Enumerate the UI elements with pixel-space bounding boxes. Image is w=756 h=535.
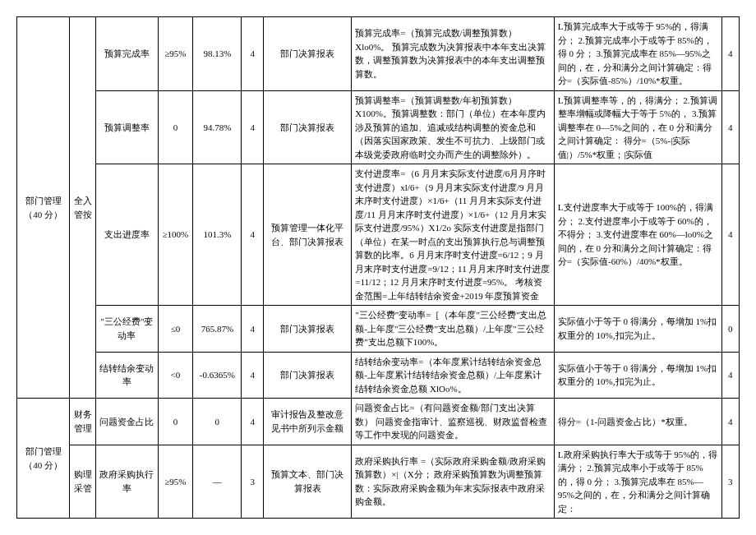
cell-indicator: 结转结余变动率	[96, 352, 158, 399]
cell-standard: 0	[158, 90, 193, 164]
cell-score: 4	[721, 164, 739, 306]
cell-value: 94.78%	[193, 90, 242, 164]
cell-rule: 实际值小于等于 0 得满分，每增加 1%扣权重分的 10%,扣完为止。	[554, 352, 721, 399]
cell-score: 4	[721, 352, 739, 399]
table-row: 部门管理（40 分） 全入管按 预算完成率 ≥95% 98.13% 4 部门决算…	[17, 17, 740, 91]
cell-explain: 支付进度率=（6 月月末实际支付进度/6月月序时支付进度）xl/6+（9 月月末…	[352, 164, 555, 306]
table-row: "三公经费"变动率 ≤0 765.87% 4 部门决算报表 "三公经费"变动率=…	[17, 306, 740, 353]
cell-explain: 政府采购执行率 =（实际政府采购金额/政府采购预算数）×|（X分； 政府采购预算…	[352, 445, 555, 519]
cell-standard: ≥95%	[158, 445, 193, 519]
cell-score: 3	[721, 445, 739, 519]
cell-explain: 问题资金占比=（有问题资金额/部门支出决算数） 问题资金指审计、监察巡视、财政监…	[352, 399, 555, 445]
cell-standard: ≥95%	[158, 17, 193, 91]
cell-indicator: 政府采购执行率	[96, 445, 158, 519]
cell-rule: 得分=（1-问题资金占比）*权重。	[554, 399, 721, 445]
cell-source: 预算文本、部门决算报表	[264, 445, 352, 519]
table-row: 结转结余变动率 <0 -0.6365% 4 部门决算报表 结转结余变动率=（本年…	[17, 352, 740, 399]
cell-rule: L支付进度率大于或等于 100%的，得满分； 2.支付进度率小于或等于 60%的…	[554, 164, 721, 306]
cell-standard: ≥100%	[158, 164, 193, 306]
cell-score: 4	[721, 17, 739, 91]
cell-source: 审计报告及整改意见书中所列示金额	[264, 399, 352, 445]
cell-source: 部门决算报表	[264, 90, 352, 164]
cell-subcategory: 财务管理	[70, 399, 96, 445]
cell-indicator: 问题资金占比	[96, 399, 158, 445]
cell-score: 0	[721, 306, 739, 353]
cell-explain: 预算调整率=（预算调整数/年初预算数）X100%。预算调整数：部门（单位）在本年…	[352, 90, 555, 164]
cell-category: 部门管理（40 分）	[17, 399, 70, 519]
cell-weight: 4	[242, 352, 264, 399]
table-row: 部门管理（40 分） 财务管理 问题资金占比 0 0 4 审计报告及整改意见书中…	[17, 399, 740, 445]
cell-weight: 4	[242, 164, 264, 306]
cell-value: 0	[193, 399, 242, 445]
table-row: 预算调整率 0 94.78% 4 部门决算报表 预算调整率=（预算调整数/年初预…	[17, 90, 740, 164]
cell-explain: 预算完成率=（预算完成数/调整预算数）Xlo0%。 预算完成数为决算报表中本年支…	[352, 17, 555, 91]
cell-standard: <0	[158, 352, 193, 399]
cell-score: 4	[721, 399, 739, 445]
cell-source: 部门决算报表	[264, 306, 352, 353]
cell-score: 4	[721, 90, 739, 164]
cell-rule: L预算完成率大于或等于 95%的，得满分； 2.预算完成率小于或等于 85%的，…	[554, 17, 721, 91]
cell-value: -0.6365%	[193, 352, 242, 399]
cell-weight: 4	[242, 399, 264, 445]
cell-indicator: 预算调整率	[96, 90, 158, 164]
cell-weight: 3	[242, 445, 264, 519]
cell-explain: "三公经费"变动率=［（本年度"三公经费"支出总额-上年度"三公经费"支出总额）…	[352, 306, 555, 353]
assessment-table: 部门管理（40 分） 全入管按 预算完成率 ≥95% 98.13% 4 部门决算…	[16, 16, 740, 519]
cell-value: —	[193, 445, 242, 519]
cell-source: 部门决算报表	[264, 17, 352, 91]
cell-value: 98.13%	[193, 17, 242, 91]
cell-weight: 4	[242, 17, 264, 91]
cell-explain: 结转结余变动率=（本年度累计结转结余资金总额-上年度累计结转结余资金总额）/上年…	[352, 352, 555, 399]
cell-rule: L预算调整率等，的，得满分； 2.预算调整率增幅或降幅大于等于 5%的， 3.预…	[554, 90, 721, 164]
cell-rule: 实际值小于等于 0 得满分，每增加 1%扣权重分的 10%,扣完为止。	[554, 306, 721, 353]
cell-weight: 4	[242, 306, 264, 353]
cell-indicator: 预算完成率	[96, 17, 158, 91]
cell-source: 部门决算报表	[264, 352, 352, 399]
table-row: 支出进度率 ≥100% 101.3% 4 预算管理一体化平台、部门决算报表 支付…	[17, 164, 740, 306]
cell-category: 部门管理（40 分）	[17, 17, 70, 399]
cell-weight: 4	[242, 90, 264, 164]
cell-subcategory: 购理采管	[70, 445, 96, 519]
table-row: 购理采管 政府采购执行率 ≥95% — 3 预算文本、部门决算报表 政府采购执行…	[17, 445, 740, 519]
cell-subcategory: 全入管按	[70, 17, 96, 399]
cell-standard: 0	[158, 399, 193, 445]
cell-indicator: 支出进度率	[96, 164, 158, 306]
cell-rule: L政府采购执行率大于或等于 95%的，得满分； 2.预算完成率小于或等于 85%…	[554, 445, 721, 519]
cell-value: 765.87%	[193, 306, 242, 353]
cell-standard: ≤0	[158, 306, 193, 353]
cell-indicator: "三公经费"变动率	[96, 306, 158, 353]
cell-value: 101.3%	[193, 164, 242, 306]
cell-source: 预算管理一体化平台、部门决算报表	[264, 164, 352, 306]
